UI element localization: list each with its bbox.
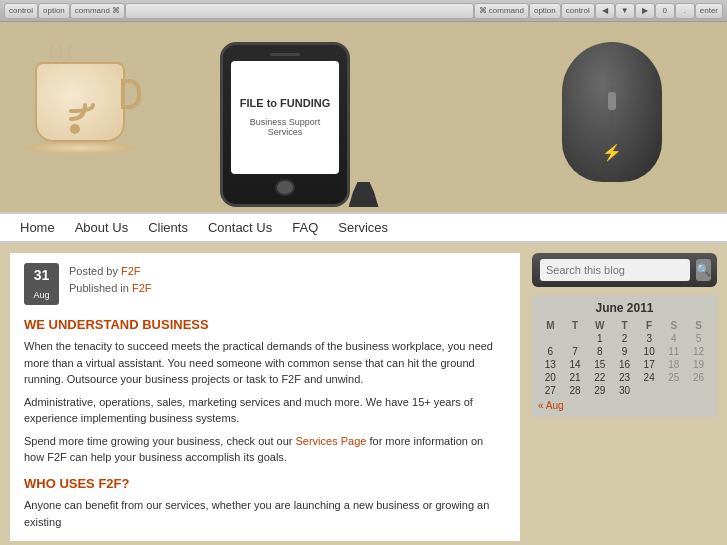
calendar-table: M T W T F S S 12345678910111213141516171… [538, 319, 711, 397]
mouse-device: ⚡ [547, 42, 677, 192]
phone-subtitle: Business Support Services [239, 117, 331, 137]
cal-day-3-0: 20 [538, 371, 563, 384]
content-para-2: Administrative, operations, sales, marke… [24, 394, 506, 427]
cal-day-0-3: 2 [612, 332, 637, 345]
content-para-3: Spend more time growing your business, c… [24, 433, 506, 466]
date-box: 31 Aug [24, 263, 59, 305]
key-option-r: option [529, 3, 561, 19]
cal-day-0-2: 1 [587, 332, 612, 345]
cup-saucer [25, 142, 135, 154]
posted-by-link[interactable]: F2F [121, 265, 141, 277]
key-option: option [38, 3, 70, 19]
cal-day-0-4: 3 [637, 332, 662, 345]
search-widget: 🔍 [532, 253, 717, 287]
content-area: 31 Aug Posted by F2F Published in F2F WE… [10, 253, 520, 541]
key-left: ◀ [595, 3, 615, 19]
cup-handle [121, 79, 141, 109]
key-enter: enter [695, 3, 723, 19]
key-control-r: control [561, 3, 595, 19]
nav-home[interactable]: Home [20, 220, 55, 235]
cal-day-2-6: 19 [686, 358, 711, 371]
key-control: control [4, 3, 38, 19]
cal-day-2-4: 17 [637, 358, 662, 371]
content-para-1: When the tenacity to succeed meets the p… [24, 338, 506, 388]
posted-by-label: Posted by [69, 265, 118, 277]
published-link[interactable]: F2F [132, 282, 152, 294]
cal-day-0-5: 4 [662, 332, 687, 345]
cal-day-4-1: 28 [563, 384, 588, 397]
cal-day-4-6 [686, 384, 711, 397]
cal-day-4-2: 29 [587, 384, 612, 397]
main-layout: 31 Aug Posted by F2F Published in F2F WE… [0, 243, 727, 541]
calendar-widget: June 2011 M T W T F S S 1234567891011121… [532, 295, 717, 417]
key-down: ▼ [615, 3, 635, 19]
phone-home-button [275, 179, 295, 197]
steam-decoration [50, 44, 71, 59]
section-heading-1: WE UNDERSTAND BUSINESS [24, 315, 506, 335]
cal-day-1-2: 8 [587, 345, 612, 358]
services-page-link[interactable]: Services Page [295, 435, 366, 447]
cal-day-3-4: 24 [637, 371, 662, 384]
navigation-bar: Home About Us Clients Contact Us FAQ Ser… [0, 212, 727, 243]
cal-day-1-3: 9 [612, 345, 637, 358]
cal-day-3-1: 21 [563, 371, 588, 384]
calendar-prev-link[interactable]: « Aug [538, 400, 711, 411]
cal-day-1-0: 6 [538, 345, 563, 358]
nav-faq[interactable]: FAQ [292, 220, 318, 235]
key-command-r: ⌘ command [474, 3, 529, 19]
cal-day-3-6: 26 [686, 371, 711, 384]
calendar-header: June 2011 [538, 301, 711, 315]
cal-day-1-4: 10 [637, 345, 662, 358]
key-right: ▶ [635, 3, 655, 19]
phone-speaker [270, 53, 300, 56]
header-area: FILE to FUNDING Business Support Service… [0, 22, 727, 212]
content-para-4: Anyone can benefit from our services, wh… [24, 497, 506, 530]
cal-day-2-1: 14 [563, 358, 588, 371]
post-meta: 31 Aug Posted by F2F Published in F2F [24, 263, 506, 305]
binder-clip [349, 182, 379, 207]
search-button[interactable]: 🔍 [696, 259, 711, 281]
cal-day-3-2: 22 [587, 371, 612, 384]
nav-contact[interactable]: Contact Us [208, 220, 272, 235]
coffee-cup [20, 42, 140, 172]
cal-day-4-4 [637, 384, 662, 397]
cal-th-s2: S [686, 319, 711, 332]
search-input[interactable] [540, 259, 690, 281]
key-spacebar [125, 3, 473, 19]
rss-icon [65, 99, 105, 139]
keyboard-strip: control option command ⌘ ⌘ command optio… [0, 0, 727, 22]
cal-th-t2: T [612, 319, 637, 332]
key-dot: . [675, 3, 695, 19]
cup-body [35, 62, 125, 142]
mouse-scroll-wheel [608, 92, 616, 110]
cal-day-2-3: 16 [612, 358, 637, 371]
cal-day-2-2: 15 [587, 358, 612, 371]
para3-before: Spend more time growing your business, c… [24, 435, 295, 447]
phone-screen: FILE to FUNDING Business Support Service… [231, 61, 339, 173]
date-month: Aug [33, 290, 49, 300]
key-command: command ⌘ [70, 3, 125, 19]
date-day: 31 [29, 265, 54, 286]
cal-th-t1: T [563, 319, 588, 332]
mouse-body: ⚡ [562, 42, 662, 182]
cal-day-2-0: 13 [538, 358, 563, 371]
cal-day-4-0: 27 [538, 384, 563, 397]
published-label: Published in [69, 282, 129, 294]
cal-day-1-1: 7 [563, 345, 588, 358]
mouse-logo-icon: ⚡ [602, 143, 622, 162]
nav-services[interactable]: Services [338, 220, 388, 235]
cal-th-s1: S [662, 319, 687, 332]
sidebar: 🔍 June 2011 M T W T F S S 123 [532, 253, 717, 541]
nav-clients[interactable]: Clients [148, 220, 188, 235]
cal-day-1-6: 12 [686, 345, 711, 358]
cal-day-0-6: 5 [686, 332, 711, 345]
nav-about[interactable]: About Us [75, 220, 128, 235]
cal-day-0-0 [538, 332, 563, 345]
svg-point-0 [70, 124, 80, 134]
key-0: 0 [655, 3, 675, 19]
cal-day-0-1 [563, 332, 588, 345]
cal-day-4-3: 30 [612, 384, 637, 397]
post-info: Posted by F2F Published in F2F [69, 263, 152, 296]
cal-th-w: W [587, 319, 612, 332]
cal-day-1-5: 11 [662, 345, 687, 358]
